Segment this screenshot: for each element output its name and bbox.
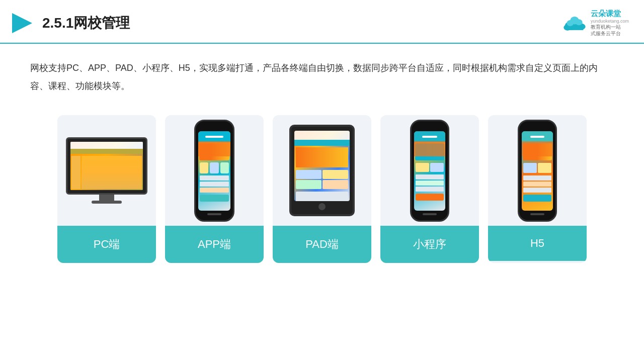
card-miniprogram-image xyxy=(380,115,479,226)
pc-mockup xyxy=(66,137,147,204)
page-header: 2.5.1网校管理 云朵课堂 yunduoketang.com 教育机构一站 式… xyxy=(0,0,644,44)
card-app-image xyxy=(165,115,264,226)
logo-area: 云朵课堂 yunduoketang.com 教育机构一站 式服务云平台 xyxy=(561,9,629,37)
app-phone-mockup xyxy=(194,120,234,222)
card-pc: PC端 xyxy=(57,115,156,263)
page-title: 2.5.1网校管理 xyxy=(42,14,130,33)
header-left: 2.5.1网校管理 xyxy=(10,11,130,35)
logo-text-block: 云朵课堂 yunduoketang.com 教育机构一站 式服务云平台 xyxy=(591,9,629,37)
svg-point-8 xyxy=(576,19,583,25)
card-pc-image xyxy=(57,115,156,226)
logo-tagline: 教育机构一站 式服务云平台 xyxy=(591,24,629,37)
card-pad: PAD端 xyxy=(273,115,371,263)
svg-marker-0 xyxy=(12,13,32,33)
card-miniprogram: 小程序 xyxy=(380,115,479,263)
cards-container: PC端 xyxy=(0,100,644,278)
card-pad-image xyxy=(273,115,371,226)
h5-phone-mockup xyxy=(518,120,557,222)
play-icon xyxy=(10,11,34,35)
card-h5-label: H5 xyxy=(488,226,587,261)
svg-rect-5 xyxy=(567,26,583,30)
card-miniprogram-label: 小程序 xyxy=(380,226,479,263)
card-pad-label: PAD端 xyxy=(273,226,371,263)
description-text: 网校支持PC、APP、PAD、小程序、H5，实现多端打通，产品各终端自由切换，数… xyxy=(0,44,644,100)
card-pc-label: PC端 xyxy=(57,226,156,263)
card-app-label: APP端 xyxy=(165,226,264,263)
cloud-logo-icon xyxy=(561,14,588,32)
svg-point-7 xyxy=(567,20,574,26)
card-app: APP端 xyxy=(165,115,264,263)
pad-mockup xyxy=(289,125,355,216)
logo-name: 云朵课堂 xyxy=(591,9,629,19)
miniprogram-phone-mockup xyxy=(410,120,449,222)
card-h5-image xyxy=(488,115,587,226)
logo-url: yunduoketang.com xyxy=(591,19,629,24)
card-h5: H5 xyxy=(488,115,587,263)
